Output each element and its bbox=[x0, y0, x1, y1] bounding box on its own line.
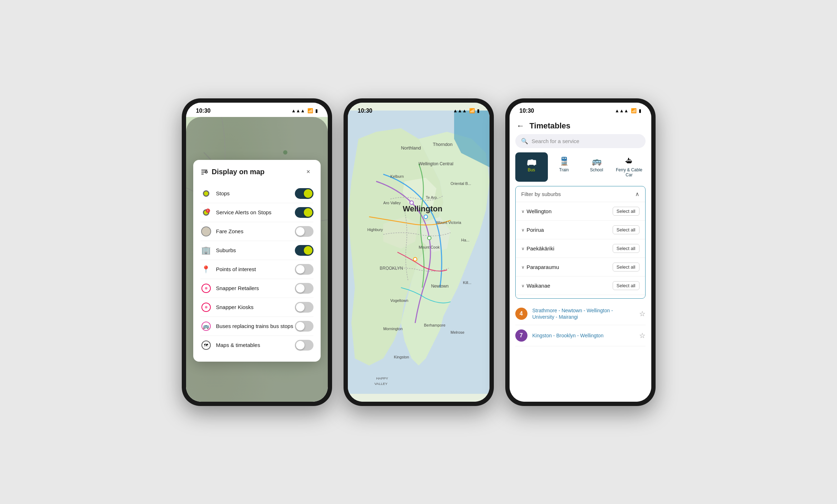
search-placeholder: Search for a service bbox=[532, 138, 579, 144]
back-button[interactable]: ← bbox=[517, 121, 525, 131]
suburb-chevron-waikanae: ∨ bbox=[521, 283, 525, 288]
suburb-name-paraparaumu: Paraparaumu bbox=[527, 264, 559, 270]
svg-point-38 bbox=[427, 236, 431, 240]
battery-icon-2: ▮ bbox=[477, 108, 480, 113]
svg-point-36 bbox=[410, 201, 413, 204]
suburbs-toggle[interactable] bbox=[295, 245, 313, 256]
snapper-retailers-icon: ⊗ bbox=[200, 283, 212, 294]
service-alerts-toggle[interactable] bbox=[295, 207, 313, 218]
stops-toggle[interactable] bbox=[295, 188, 313, 199]
status-bar-1: 10:30 ▲▲▲ 📶 ▮ bbox=[186, 103, 328, 117]
suburbs-label: Suburbs bbox=[216, 247, 236, 253]
snapper-kiosks-toggle[interactable] bbox=[295, 302, 313, 313]
display-on-map-modal: Display on map × Stops bbox=[193, 160, 321, 362]
svg-text:Berhampore: Berhampore bbox=[424, 323, 445, 327]
status-icons-1: ▲▲▲ 📶 ▮ bbox=[291, 108, 318, 113]
search-bar[interactable]: 🔍 Search for a service bbox=[515, 134, 646, 148]
filter-dropdown-label: Filter by suburbs bbox=[521, 191, 561, 197]
svg-text:Oriental B...: Oriental B... bbox=[451, 181, 471, 185]
maps-timetables-label: Maps & timetables bbox=[216, 342, 260, 348]
wifi-icon-2: 📶 bbox=[469, 108, 475, 113]
select-all-wellington[interactable]: Select all bbox=[613, 207, 639, 216]
tab-school[interactable]: 🚌 School bbox=[580, 152, 613, 182]
bus-replacing-label: Buses replacing trains bus stops bbox=[216, 323, 293, 329]
status-bar-2: 10:30 ▲▲▲ 📶 ▮ bbox=[348, 103, 490, 117]
select-all-paekakariki[interactable]: Select all bbox=[613, 244, 639, 253]
status-icons-2: ▲▲▲ 📶 ▮ bbox=[453, 108, 480, 113]
fare-zones-toggle[interactable] bbox=[295, 226, 313, 237]
suburb-chevron-wellington: ∨ bbox=[521, 209, 525, 214]
select-all-porirua[interactable]: Select all bbox=[613, 225, 639, 234]
chevron-up-icon: ∧ bbox=[635, 191, 639, 197]
svg-point-37 bbox=[424, 215, 427, 219]
svg-text:Te Aro: Te Aro bbox=[425, 195, 437, 200]
status-time-1: 10:30 bbox=[196, 108, 211, 114]
phone-3: 10:30 ▲▲▲ 📶 ▮ ← Timetables 🔍 Search for … bbox=[505, 98, 656, 406]
tab-train[interactable]: 🚆 Train bbox=[548, 152, 580, 182]
status-time-3: 10:30 bbox=[520, 108, 534, 114]
favorite-star-7[interactable]: ☆ bbox=[639, 331, 646, 340]
fare-zones-icon bbox=[200, 226, 212, 237]
ferry-tab-label: Ferry & Cable Car bbox=[615, 167, 643, 178]
suburb-name-waikanae: Waikanae bbox=[527, 283, 550, 289]
map-background: Display on map × Stops bbox=[186, 117, 328, 402]
svg-text:Mount Cook: Mount Cook bbox=[419, 245, 440, 249]
stops-label: Stops bbox=[216, 190, 230, 196]
timetables-title: Timetables bbox=[530, 121, 571, 131]
status-bar-3: 10:30 ▲▲▲ 📶 ▮ bbox=[510, 103, 651, 117]
wifi-icon-3: 📶 bbox=[631, 108, 637, 113]
snapper-kiosks-label: Snapper Kiosks bbox=[216, 304, 254, 310]
snapper-retailers-toggle[interactable] bbox=[295, 283, 313, 294]
route-name-4: Strathmore - Newtown - Wellington - Univ… bbox=[532, 307, 634, 320]
fare-zones-label: Fare Zones bbox=[216, 228, 244, 234]
tab-ferry-cable-car[interactable]: ⛴ Ferry & Cable Car bbox=[613, 152, 646, 182]
signal-icon-3: ▲▲▲ bbox=[615, 108, 629, 113]
svg-text:Wellington Central: Wellington Central bbox=[419, 161, 453, 166]
bus-replacing-toggle[interactable] bbox=[295, 321, 313, 332]
wellington-map: Northland Kelburn Thorndon Wellington Ce… bbox=[348, 103, 490, 402]
svg-text:HAPPY: HAPPY bbox=[376, 376, 388, 380]
signal-icon: ▲▲▲ bbox=[291, 108, 305, 113]
svg-text:Thorndon: Thorndon bbox=[433, 142, 452, 147]
wifi-icon: 📶 bbox=[307, 108, 313, 113]
suburb-row-waikanae: ∨ Waikanae Select all bbox=[516, 277, 645, 295]
filter-by-suburbs-dropdown: Filter by suburbs ∧ ∨ Wellington Select … bbox=[515, 186, 646, 299]
transport-tabs: 🚌 Bus 🚆 Train 🚌 School ⛴ Ferry & Cable C… bbox=[510, 152, 651, 186]
toggle-stops: Stops bbox=[200, 184, 313, 203]
full-map-bg: Northland Kelburn Thorndon Wellington Ce… bbox=[348, 103, 490, 402]
route-list: 4 Strathmore - Newtown - Wellington - Un… bbox=[510, 300, 651, 401]
school-tab-label: School bbox=[590, 167, 603, 172]
toggle-suburbs: 🏢 Suburbs bbox=[200, 241, 313, 260]
svg-text:Mount Victoria: Mount Victoria bbox=[436, 220, 461, 224]
route-item-7[interactable]: 7 Kingston - Brooklyn - Wellington ☆ bbox=[515, 325, 646, 346]
poi-toggle[interactable] bbox=[295, 264, 313, 275]
battery-icon: ▮ bbox=[315, 108, 318, 113]
favorite-star-4[interactable]: ☆ bbox=[639, 309, 646, 318]
select-all-waikanae[interactable]: Select all bbox=[613, 281, 639, 290]
school-tab-icon: 🚌 bbox=[592, 157, 602, 166]
toggle-bus-replacing-trains: 🚌 Buses replacing trains bus stops bbox=[200, 317, 313, 336]
service-alerts-label: Service Alerts on Stops bbox=[216, 209, 272, 215]
search-icon: 🔍 bbox=[521, 138, 528, 145]
status-time-2: 10:30 bbox=[358, 108, 373, 114]
close-button[interactable]: × bbox=[303, 167, 313, 177]
modal-header: Display on map × bbox=[200, 167, 313, 177]
filter-icon bbox=[200, 168, 208, 176]
snapper-retailers-label: Snapper Retailers bbox=[216, 285, 259, 291]
svg-text:Aro Valley: Aro Valley bbox=[383, 201, 401, 205]
timetables-screen: ← Timetables 🔍 Search for a service 🚌 Bu… bbox=[510, 117, 651, 402]
filter-dropdown-header[interactable]: Filter by suburbs ∧ bbox=[516, 186, 645, 202]
suburbs-icon: 🏢 bbox=[200, 245, 212, 256]
svg-text:Kingston: Kingston bbox=[394, 354, 409, 359]
maps-timetables-toggle[interactable] bbox=[295, 340, 313, 351]
route-item-4[interactable]: 4 Strathmore - Newtown - Wellington - Un… bbox=[515, 303, 646, 325]
select-all-paraparaumu[interactable]: Select all bbox=[613, 263, 639, 271]
svg-text:Kelburn: Kelburn bbox=[390, 174, 403, 178]
toggle-poi: 📍 Points of interest bbox=[200, 260, 313, 279]
suburb-name-porirua: Porirua bbox=[527, 227, 544, 233]
toggle-snapper-kiosks: ⊗ Snapper Kiosks bbox=[200, 298, 313, 317]
tab-bus[interactable]: 🚌 Bus bbox=[515, 152, 548, 182]
svg-text:Vogeltown: Vogeltown bbox=[390, 298, 408, 302]
bus-tab-label: Bus bbox=[528, 167, 535, 172]
ferry-tab-icon: ⛴ bbox=[625, 157, 633, 166]
